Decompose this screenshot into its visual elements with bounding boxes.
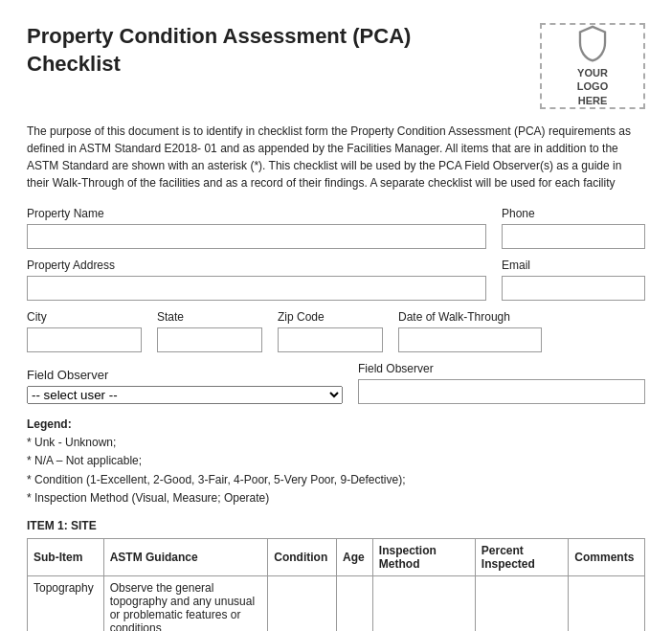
table-row: Topography Observe the general topograph… bbox=[28, 575, 645, 631]
legend-title: Legend: bbox=[27, 416, 645, 434]
field-observer-1-label: Field Observer bbox=[27, 368, 343, 382]
table-section: ITEM 1: SITE Sub-Item ASTM Guidance Cond… bbox=[27, 519, 645, 631]
property-address-label: Property Address bbox=[27, 259, 486, 272]
col-header-comments: Comments bbox=[569, 538, 645, 575]
legend-line4: * Inspection Method (Visual, Measure; Op… bbox=[27, 489, 645, 507]
logo-placeholder: YOUR LOGO HERE bbox=[540, 23, 645, 109]
shield-icon bbox=[575, 25, 610, 62]
form-row-3: City State Zip Code Date of Walk-Through… bbox=[27, 310, 645, 352]
col-header-percent: Percent Inspected bbox=[475, 538, 569, 575]
zip-input[interactable] bbox=[278, 327, 383, 352]
legend-line3: * Condition (1-Excellent, 2-Good, 3-Fair… bbox=[27, 471, 645, 489]
phone-group: Phone bbox=[502, 207, 645, 249]
state-group: State bbox=[157, 310, 262, 352]
legend-line1: * Unk - Unknown; bbox=[27, 434, 645, 452]
form-row-1: Property Name Phone bbox=[27, 207, 645, 249]
field-observer-2-group: Field Observer bbox=[358, 362, 645, 404]
legend-section: Legend: * Unk - Unknown; * N/A – Not app… bbox=[27, 416, 645, 507]
city-input[interactable] bbox=[27, 327, 142, 352]
property-name-group: Property Name bbox=[27, 207, 486, 249]
col-header-sub-item: Sub-Item bbox=[28, 538, 104, 575]
cell-percent-inspected bbox=[475, 575, 569, 631]
email-group: Email bbox=[502, 259, 645, 301]
city-group: City bbox=[27, 310, 142, 352]
field-observer-2-input[interactable] bbox=[358, 379, 645, 404]
col-header-astm: ASTM Guidance bbox=[103, 538, 268, 575]
email-input[interactable] bbox=[502, 276, 645, 301]
field-observer-1-group: Field Observer -- select user -- bbox=[27, 368, 343, 404]
legend-line2: * N/A – Not applicable; bbox=[27, 452, 645, 470]
walk-through-group: Date of Walk-Through 10/17/2022 bbox=[398, 310, 542, 352]
form-row-2: Property Address Email bbox=[27, 259, 645, 301]
zip-label: Zip Code bbox=[278, 310, 383, 324]
property-name-input[interactable] bbox=[27, 224, 486, 249]
col-header-condition: Condition bbox=[268, 538, 337, 575]
property-name-label: Property Name bbox=[27, 207, 486, 220]
page-header: Property Condition Assessment (PCA) Chec… bbox=[27, 23, 645, 109]
walk-through-input[interactable]: 10/17/2022 bbox=[398, 327, 542, 352]
description-text: The purpose of this document is to ident… bbox=[27, 123, 645, 192]
state-input[interactable] bbox=[157, 327, 262, 352]
col-header-age: Age bbox=[337, 538, 373, 575]
cell-inspection-method bbox=[372, 575, 475, 631]
cell-sub-item: Topography bbox=[28, 575, 104, 631]
phone-label: Phone bbox=[502, 207, 645, 220]
field-observer-select[interactable]: -- select user -- bbox=[27, 386, 343, 404]
email-label: Email bbox=[502, 259, 645, 272]
field-observer-2-label: Field Observer bbox=[358, 362, 645, 375]
item-heading: ITEM 1: SITE bbox=[27, 519, 645, 532]
property-address-group: Property Address bbox=[27, 259, 486, 301]
table-header-row: Sub-Item ASTM Guidance Condition Age Ins… bbox=[28, 538, 645, 575]
cell-astm-guidance: Observe the general topography and any u… bbox=[103, 575, 268, 631]
phone-input[interactable] bbox=[502, 224, 645, 249]
city-label: City bbox=[27, 310, 142, 324]
logo-text: YOUR LOGO HERE bbox=[577, 66, 608, 107]
col-header-inspection: Inspection Method bbox=[372, 538, 475, 575]
cell-condition bbox=[268, 575, 337, 631]
walk-through-label: Date of Walk-Through bbox=[398, 310, 542, 324]
zip-group: Zip Code bbox=[278, 310, 383, 352]
state-label: State bbox=[157, 310, 262, 324]
condition-table: Sub-Item ASTM Guidance Condition Age Ins… bbox=[27, 538, 645, 631]
form-row-4: Field Observer -- select user -- Field O… bbox=[27, 362, 645, 404]
cell-comments bbox=[569, 575, 645, 631]
page-title: Property Condition Assessment (PCA) Chec… bbox=[27, 23, 411, 78]
title-block: Property Condition Assessment (PCA) Chec… bbox=[27, 23, 411, 78]
property-address-input[interactable] bbox=[27, 276, 486, 301]
cell-age bbox=[337, 575, 373, 631]
